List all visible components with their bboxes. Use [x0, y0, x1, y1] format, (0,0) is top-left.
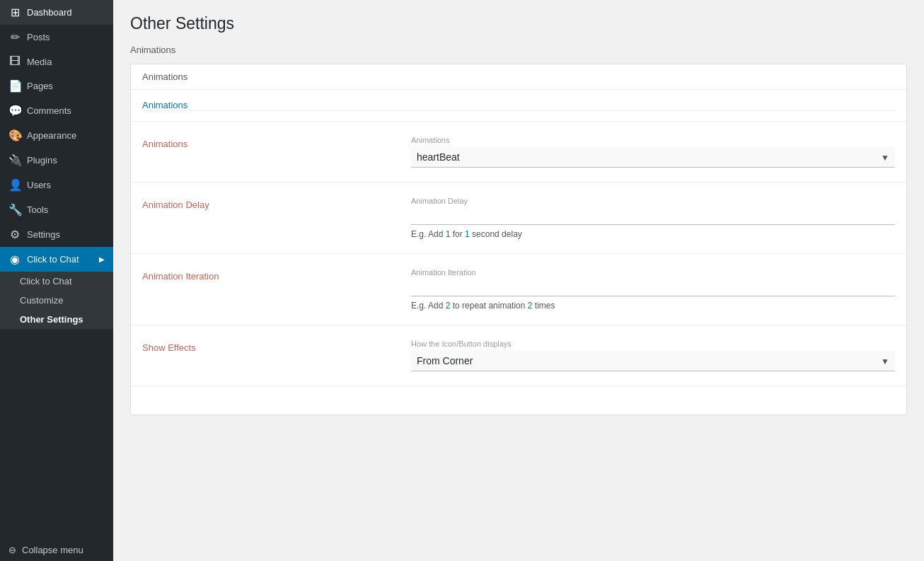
settings-icon: ⚙: [8, 228, 21, 241]
animation-iteration-input[interactable]: [411, 279, 895, 296]
sidebar-item-comments[interactable]: 💬 Comments: [0, 98, 113, 123]
show-effects-label: Show Effects: [142, 340, 411, 353]
animation-iteration-sublabel: Animation Iteration: [411, 268, 895, 277]
sidebar-item-appearance[interactable]: 🎨 Appearance: [0, 123, 113, 148]
animation-iteration-label: Animation Iteration: [142, 268, 411, 282]
chevron-icon: ▶: [99, 255, 105, 263]
iteration-highlight-1: 2: [446, 301, 451, 311]
show-effects-sublabel: How the Icon/Button displays: [411, 340, 895, 348]
dashboard-icon: ⊞: [8, 6, 21, 19]
sidebar-item-label: Settings: [27, 229, 60, 240]
submenu-item-other-settings[interactable]: Other Settings: [0, 310, 113, 329]
submenu-item-click-to-chat[interactable]: Click to Chat: [0, 272, 113, 291]
animations-label: Animations: [142, 136, 411, 149]
sidebar-item-click-to-chat[interactable]: ◉ Click to Chat ▶: [0, 247, 113, 272]
sidebar-item-settings[interactable]: ⚙ Settings: [0, 222, 113, 247]
sidebar-item-label: Appearance: [27, 130, 76, 141]
comments-icon: 💬: [8, 104, 21, 117]
click-to-chat-submenu: Click to Chat Customize Other Settings: [0, 272, 113, 329]
animations-select-wrapper: heartBeat bounce pulse shake swing tada …: [411, 147, 895, 168]
users-icon: 👤: [8, 178, 21, 192]
sidebar-item-label: Tools: [27, 204, 48, 215]
sidebar-item-dashboard[interactable]: ⊞ Dashboard: [0, 0, 113, 25]
sidebar-item-pages[interactable]: 📄 Pages: [0, 74, 113, 98]
sidebar-item-label: Comments: [27, 105, 71, 116]
click-to-chat-icon: ◉: [8, 253, 21, 266]
sidebar-item-label: Posts: [27, 32, 50, 42]
pages-icon: 📄: [8, 79, 21, 93]
animations-row: Animations Animations heartBeat bounce p…: [131, 122, 906, 183]
main-content: Other Settings Animations Animations Ani…: [113, 0, 924, 561]
tools-icon: 🔧: [8, 203, 21, 216]
animation-delay-row: Animation Delay Animation Delay E.g. Add…: [131, 183, 906, 254]
posts-icon: ✏: [8, 30, 21, 44]
page-title: Other Settings: [130, 14, 907, 33]
sidebar: ⊞ Dashboard ✏ Posts 🎞 Media 📄 Pages 💬 Co…: [0, 0, 113, 561]
sidebar-item-label: Click to Chat: [27, 254, 79, 265]
sidebar-item-plugins[interactable]: 🔌 Plugins: [0, 148, 113, 173]
appearance-icon: 🎨: [8, 129, 21, 142]
sidebar-item-label: Plugins: [27, 155, 57, 166]
section-label: Animations: [130, 45, 907, 55]
animation-delay-hint: E.g. Add 1 for 1 second delay: [411, 229, 895, 239]
collapse-icon: ⊖: [8, 545, 16, 555]
animation-delay-label: Animation Delay: [142, 197, 411, 210]
collapse-label: Collapse menu: [22, 545, 83, 555]
card-bottom-spacer: [131, 386, 906, 415]
plugins-icon: 🔌: [8, 154, 21, 167]
delay-highlight-2: 1: [465, 229, 470, 239]
sidebar-item-media[interactable]: 🎞 Media: [0, 50, 113, 74]
animation-iteration-hint: E.g. Add 2 to repeat animation 2 times: [411, 301, 895, 311]
sidebar-item-label: Dashboard: [27, 7, 72, 18]
animations-card: Animations Animations Animations Animati…: [130, 64, 907, 415]
show-effects-row: Show Effects How the Icon/Button display…: [131, 325, 906, 386]
show-effects-select[interactable]: From Corner Fade In Slide In Bounce In: [411, 351, 895, 371]
collapse-menu-button[interactable]: ⊖ Collapse menu: [0, 539, 113, 561]
sidebar-item-label: Media: [27, 57, 52, 67]
sidebar-item-users[interactable]: 👤 Users: [0, 173, 113, 197]
animations-select[interactable]: heartBeat bounce pulse shake swing tada …: [411, 147, 895, 168]
animation-delay-sublabel: Animation Delay: [411, 197, 895, 205]
sidebar-item-posts[interactable]: ✏ Posts: [0, 25, 113, 50]
delay-highlight-1: 1: [446, 229, 451, 239]
animation-delay-input[interactable]: [411, 208, 895, 225]
iteration-highlight-2: 2: [528, 301, 533, 311]
animations-sublabel: Animations: [411, 136, 895, 144]
show-effects-control: How the Icon/Button displays From Corner…: [411, 340, 895, 371]
animation-delay-control: Animation Delay E.g. Add 1 for 1 second …: [411, 197, 895, 239]
animations-link[interactable]: Animations: [142, 100, 895, 111]
sidebar-item-tools[interactable]: 🔧 Tools: [0, 197, 113, 222]
show-effects-select-wrapper: From Corner Fade In Slide In Bounce In ▼: [411, 351, 895, 371]
sidebar-item-label: Users: [27, 180, 51, 190]
sidebar-item-label: Pages: [27, 81, 53, 91]
animations-control: Animations heartBeat bounce pulse shake …: [411, 136, 895, 168]
submenu-item-customize[interactable]: Customize: [0, 291, 113, 310]
media-icon: 🎞: [8, 55, 21, 68]
card-header: Animations: [131, 64, 906, 90]
animation-iteration-row: Animation Iteration Animation Iteration …: [131, 254, 906, 325]
animation-iteration-control: Animation Iteration E.g. Add 2 to repeat…: [411, 268, 895, 311]
